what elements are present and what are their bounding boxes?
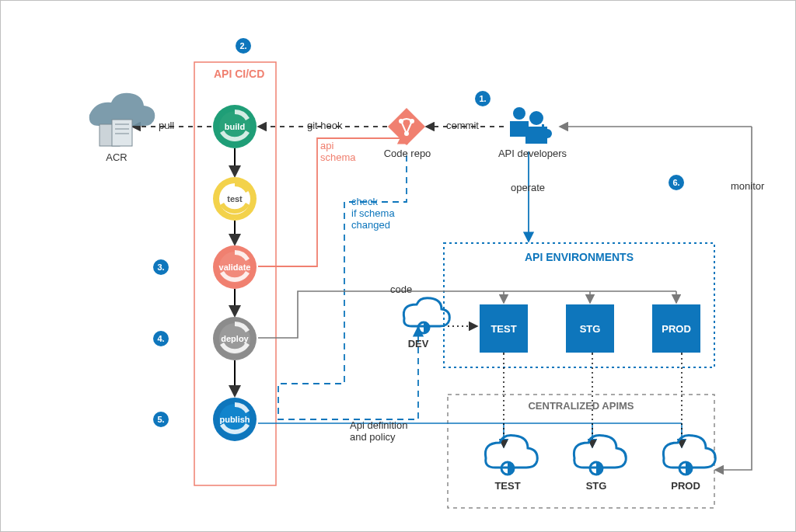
label-checkschema: check if schema changed [351, 196, 395, 231]
cycle-test: test [213, 177, 257, 221]
badge-6: 6. [669, 175, 684, 190]
env-test: TEST [480, 304, 528, 353]
step-test-label: test [213, 177, 257, 221]
label-operate: operate [511, 182, 545, 193]
badge-5: 5. [153, 412, 169, 427]
step-deploy-label: deploy [213, 317, 257, 360]
env-title: API ENVIRONMENTS [444, 251, 714, 263]
code-repo-label: Code repo [379, 148, 435, 159]
env-prod: PROD [652, 304, 700, 353]
apim-cloud-test [485, 435, 537, 475]
step-publish-label: publish [213, 398, 257, 441]
apim-prod-label: PROD [662, 480, 709, 492]
acr-icon [89, 93, 155, 146]
cycle-build: build [213, 105, 257, 148]
label-pull: pull [159, 120, 174, 131]
svg-rect-5 [388, 108, 425, 145]
cycle-publish: publish [213, 398, 257, 441]
svg-point-9 [513, 107, 525, 120]
acr-label: ACR [97, 151, 136, 163]
label-apischema: api schema [320, 140, 356, 163]
label-monitor: monitor [731, 180, 764, 192]
code-repo-icon [388, 108, 425, 145]
apim-stg-label: STG [573, 480, 620, 492]
diagram-root: 1. 2. 3. 4. 5. 6. API CI/CD build test v… [0, 0, 796, 532]
badge-4: 4. [153, 331, 169, 346]
apim-cloud-prod [663, 435, 715, 475]
step-build-label: build [213, 105, 257, 148]
connectors-layer [0, 0, 796, 532]
label-commit: commit [446, 120, 479, 131]
apims-title: CENTRALIZED APIMS [448, 400, 714, 412]
dev-label: DEV [399, 338, 438, 349]
badge-1: 1. [475, 91, 491, 106]
label-apidef: Api definition and policy [350, 419, 407, 443]
edge-monitor-v [715, 127, 752, 470]
apim-cloud-stg [574, 435, 626, 475]
step-validate-label: validate [213, 245, 257, 289]
badge-2: 2. [236, 38, 251, 54]
cycle-deploy: deploy [213, 317, 257, 360]
env-stg: STG [566, 304, 614, 353]
dev-cloud-icon [403, 298, 449, 333]
label-code: code [390, 283, 412, 295]
svg-rect-1 [112, 120, 132, 146]
svg-rect-14 [542, 124, 544, 134]
label-githook: git hook [307, 120, 343, 131]
apim-test-label: TEST [484, 480, 531, 492]
cycle-validate: validate [213, 245, 257, 289]
pipeline-title: API CI/CD [214, 68, 264, 80]
svg-point-11 [529, 111, 543, 125]
developers-label: API developers [490, 148, 575, 159]
badge-3: 3. [153, 259, 169, 275]
developers-icon [510, 107, 552, 144]
